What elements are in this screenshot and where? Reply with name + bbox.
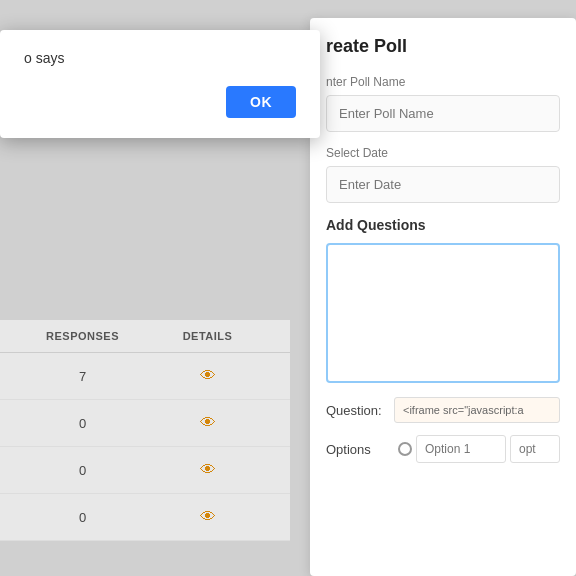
alert-dialog: o says OK bbox=[0, 30, 320, 138]
questions-box[interactable] bbox=[326, 243, 560, 383]
eye-icon[interactable]: 👁 bbox=[200, 461, 216, 478]
option1-radio[interactable] bbox=[398, 442, 412, 456]
table-col-extra bbox=[270, 330, 290, 342]
poll-name-input[interactable] bbox=[326, 95, 560, 132]
panel-title: reate Poll bbox=[326, 36, 560, 57]
table-cell-responses: 7 bbox=[20, 369, 145, 384]
eye-icon[interactable]: 👁 bbox=[200, 414, 216, 431]
alert-text: o says bbox=[24, 50, 296, 66]
table-cell-responses: 0 bbox=[20, 510, 145, 525]
options-label: Options bbox=[326, 442, 394, 457]
table-row: 0 👁 bbox=[0, 400, 290, 447]
table-row: 0 👁 bbox=[0, 447, 290, 494]
poll-name-label: nter Poll Name bbox=[326, 75, 560, 89]
question-row: Question: <iframe src="javascript:a bbox=[326, 397, 560, 423]
table-header: RESPONSES DETAILS bbox=[0, 320, 290, 353]
table-col-empty bbox=[0, 330, 20, 342]
alert-ok-button[interactable]: OK bbox=[226, 86, 296, 118]
table-cell-details[interactable]: 👁 bbox=[145, 508, 270, 526]
table-cell-details[interactable]: 👁 bbox=[145, 461, 270, 479]
add-questions-label: Add Questions bbox=[326, 217, 560, 233]
table-cell-responses: 0 bbox=[20, 416, 145, 431]
date-input[interactable] bbox=[326, 166, 560, 203]
eye-icon[interactable]: 👁 bbox=[200, 508, 216, 525]
question-label: Question: bbox=[326, 397, 394, 418]
option2-input[interactable] bbox=[510, 435, 560, 463]
options-row: Options bbox=[326, 435, 560, 463]
table-cell-details[interactable]: 👁 bbox=[145, 367, 270, 385]
table-row: 0 👁 bbox=[0, 494, 290, 541]
option1-input[interactable] bbox=[416, 435, 506, 463]
alert-ok-row: OK bbox=[24, 86, 296, 118]
table-row: 7 👁 bbox=[0, 353, 290, 400]
create-poll-panel: reate Poll nter Poll Name Select Date Ad… bbox=[310, 18, 576, 576]
table-area: RESPONSES DETAILS 7 👁 0 👁 0 👁 0 👁 bbox=[0, 320, 290, 541]
table-cell-details[interactable]: 👁 bbox=[145, 414, 270, 432]
table-cell-responses: 0 bbox=[20, 463, 145, 478]
table-col-responses: RESPONSES bbox=[20, 330, 145, 342]
eye-icon[interactable]: 👁 bbox=[200, 367, 216, 384]
date-label: Select Date bbox=[326, 146, 560, 160]
question-input[interactable]: <iframe src="javascript:a bbox=[394, 397, 560, 423]
table-col-details: DETAILS bbox=[145, 330, 270, 342]
